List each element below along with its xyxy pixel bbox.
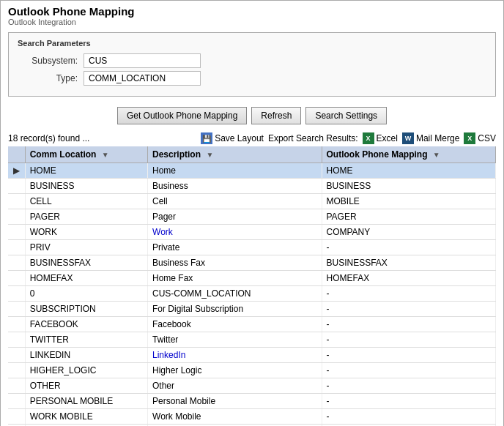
- cell-desc: Pager: [148, 209, 322, 225]
- table-row[interactable]: BUSINESSBusinessBUSINESS: [8, 179, 496, 194]
- cell-comm: PAGER: [25, 209, 147, 225]
- table-row[interactable]: PERSONAL MOBILEPersonal Mobile-: [8, 394, 496, 409]
- row-indicator: [8, 394, 25, 409]
- actions-bar: 💾 Save Layout Export Search Results: X E…: [201, 132, 496, 144]
- table-row[interactable]: LINKEDINLinkedIn-: [8, 348, 496, 363]
- cell-comm: BUSINESSFAX: [25, 255, 147, 271]
- excel-icon: X: [363, 132, 374, 144]
- cell-desc: Facebook: [148, 317, 322, 332]
- subsystem-row: Subsystem:: [18, 53, 486, 68]
- cell-outlook: BUSINESSFAX: [322, 255, 496, 271]
- filter-icon-desc[interactable]: ▼: [206, 151, 213, 159]
- csv-icon: X: [464, 132, 475, 144]
- cell-desc: CUS-COMM_LOCATION: [148, 286, 322, 302]
- cell-comm: HOMEFAX: [25, 271, 147, 286]
- cell-comm: WORK: [25, 225, 147, 240]
- table-row[interactable]: WORKWorkCOMPANY: [8, 225, 496, 240]
- cell-comm: FACEBOOK: [25, 317, 147, 332]
- data-table: Comm Location ▼ Description ▼ Outlook Ph…: [8, 146, 496, 426]
- table-row[interactable]: TWITTERTwitter-: [8, 332, 496, 348]
- table-row[interactable]: SUBSCRIPTIONFor Digital Subscription-: [8, 302, 496, 317]
- cell-outlook: -: [322, 409, 496, 425]
- main-window: Outlook Phone Mapping Outlook Integratio…: [0, 0, 504, 426]
- get-mapping-button[interactable]: Get Outlook Phone Mapping: [117, 107, 247, 124]
- cell-comm: OTHER: [25, 378, 147, 394]
- excel-link[interactable]: X Excel: [363, 132, 398, 144]
- cell-desc: Work Mobile: [148, 409, 322, 425]
- row-indicator: [8, 194, 25, 209]
- subsystem-input[interactable]: [84, 53, 201, 68]
- table-row[interactable]: ▶HOMEHomeHOME: [8, 163, 496, 179]
- toolbar: Get Outlook Phone Mapping Refresh Search…: [1, 101, 503, 130]
- csv-link[interactable]: X CSV: [464, 132, 496, 144]
- table-row[interactable]: WORK MOBILEWork Mobile-: [8, 409, 496, 425]
- table-container: Comm Location ▼ Description ▼ Outlook Ph…: [1, 146, 503, 426]
- title-bar: Outlook Phone Mapping Outlook Integratio…: [1, 1, 503, 28]
- cell-comm: LINKEDIN: [25, 348, 147, 363]
- cell-desc: Business Fax: [148, 255, 322, 271]
- cell-comm: PERSONAL MOBILE: [25, 394, 147, 409]
- cell-outlook: PAGER: [322, 209, 496, 225]
- cell-desc: For Digital Subscription: [148, 302, 322, 317]
- row-indicator: [8, 286, 25, 302]
- cell-comm: CELL: [25, 194, 147, 209]
- row-indicator: [8, 348, 25, 363]
- cell-desc: Cell: [148, 194, 322, 209]
- refresh-button[interactable]: Refresh: [251, 107, 301, 124]
- table-row[interactable]: 0CUS-COMM_LOCATION-: [8, 286, 496, 302]
- cell-desc: Twitter: [148, 332, 322, 348]
- row-indicator: [8, 409, 25, 425]
- column-header-desc[interactable]: Description ▼: [148, 146, 322, 163]
- row-indicator: [8, 209, 25, 225]
- cell-outlook: -: [322, 240, 496, 255]
- table-row[interactable]: PAGERPagerPAGER: [8, 209, 496, 225]
- cell-desc: LinkedIn: [148, 348, 322, 363]
- cell-comm: SUBSCRIPTION: [25, 302, 147, 317]
- table-header-row: Comm Location ▼ Description ▼ Outlook Ph…: [8, 146, 496, 163]
- save-icon: 💾: [201, 132, 212, 144]
- cell-desc: Home: [148, 163, 322, 179]
- table-row[interactable]: OTHEROther-: [8, 378, 496, 394]
- search-settings-button[interactable]: Search Settings: [305, 107, 387, 124]
- cell-outlook: HOMEFAX: [322, 271, 496, 286]
- row-indicator: [8, 332, 25, 348]
- table-row[interactable]: PRIVPrivate-: [8, 240, 496, 255]
- search-params-title: Search Parameters: [18, 39, 486, 48]
- save-layout-label: Save Layout: [215, 133, 264, 143]
- cell-desc: Business: [148, 179, 322, 194]
- row-indicator: [8, 317, 25, 332]
- cell-desc: Private: [148, 240, 322, 255]
- cell-outlook: COMPANY: [322, 225, 496, 240]
- row-indicator: ▶: [8, 163, 25, 179]
- cell-outlook: BUSINESS: [322, 179, 496, 194]
- table-row[interactable]: CELLCellMOBILE: [8, 194, 496, 209]
- column-header-comm[interactable]: Comm Location ▼: [25, 146, 147, 163]
- search-params-box: Search Parameters Subsystem: Type:: [8, 32, 496, 97]
- cell-outlook: HOME: [322, 163, 496, 179]
- cell-comm: 0: [25, 286, 147, 302]
- page-subtitle: Outlook Integration: [8, 18, 496, 26]
- cell-comm: WORK MOBILE: [25, 409, 147, 425]
- row-indicator: [8, 225, 25, 240]
- filter-icon-outlook[interactable]: ▼: [433, 151, 440, 159]
- type-input[interactable]: [84, 71, 201, 86]
- csv-label: CSV: [478, 133, 496, 143]
- cell-comm: HOME: [25, 163, 147, 179]
- page-title: Outlook Phone Mapping: [8, 5, 496, 18]
- save-layout-link[interactable]: 💾 Save Layout: [201, 132, 264, 144]
- cell-desc: Home Fax: [148, 271, 322, 286]
- table-row[interactable]: FACEBOOKFacebook-: [8, 317, 496, 332]
- column-header-outlook[interactable]: Outlook Phone Mapping ▼: [322, 146, 496, 163]
- cell-outlook: MOBILE: [322, 194, 496, 209]
- table-row[interactable]: HOMEFAXHome FaxHOMEFAX: [8, 271, 496, 286]
- row-indicator: [8, 271, 25, 286]
- row-indicator: [8, 240, 25, 255]
- row-indicator: [8, 255, 25, 271]
- cell-desc: Personal Mobile: [148, 394, 322, 409]
- cell-comm: HIGHER_LOGIC: [25, 363, 147, 378]
- table-row[interactable]: HIGHER_LOGICHigher Logic-: [8, 363, 496, 378]
- table-row[interactable]: BUSINESSFAXBusiness FaxBUSINESSFAX: [8, 255, 496, 271]
- cell-outlook: -: [322, 363, 496, 378]
- filter-icon-comm[interactable]: ▼: [102, 151, 109, 159]
- mail-merge-link[interactable]: W Mail Merge: [402, 132, 459, 144]
